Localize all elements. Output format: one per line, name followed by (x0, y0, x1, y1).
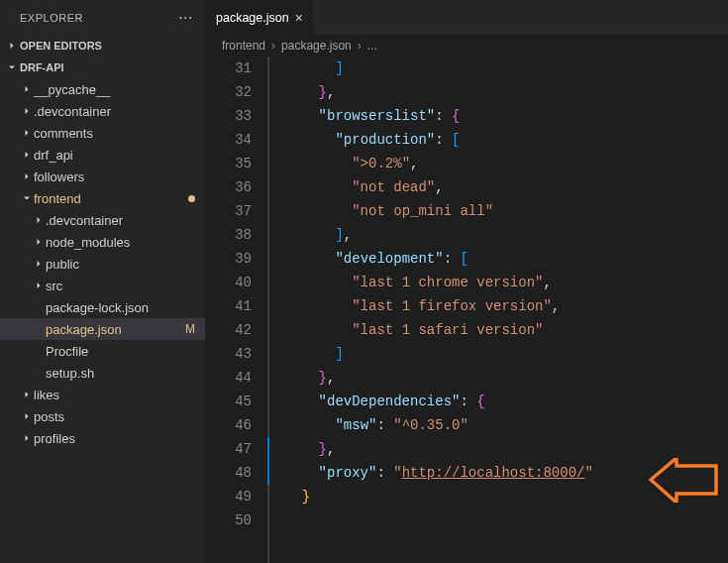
code-line[interactable]: "browserslist": { (285, 104, 728, 128)
chevron-right-icon (20, 432, 34, 444)
chevron-right-icon (20, 127, 34, 139)
git-status-badge: M (185, 322, 205, 336)
line-number: 40 (206, 271, 252, 294)
tree-folder[interactable]: posts (0, 405, 205, 427)
tree-item-label: node_modules (46, 235, 205, 250)
code-line[interactable]: }, (285, 437, 728, 461)
tree-item-label: setup.sh (46, 366, 205, 381)
explorer-header: EXPLORER ··· (0, 0, 205, 35)
chevron-right-icon (4, 40, 20, 52)
chevron-right-icon (20, 83, 34, 95)
chevron-right-icon: › (358, 39, 362, 53)
code-line[interactable]: ], (285, 223, 728, 247)
code-line[interactable]: "not dead", (285, 175, 728, 199)
git-change-indicator (267, 461, 269, 485)
tree-folder[interactable]: node_modules (0, 231, 205, 253)
breadcrumb-seg[interactable]: ... (367, 39, 377, 53)
code-line[interactable]: } (285, 485, 728, 508)
chevron-right-icon (20, 389, 34, 400)
breadcrumb[interactable]: frontend › package.json › ... (206, 35, 728, 56)
tree-item-label: comments (34, 126, 205, 141)
code-line[interactable]: "last 1 chrome version", (285, 271, 728, 294)
editor-area: package.json × frontend › package.json ›… (206, 0, 728, 563)
breadcrumb-seg[interactable]: package.json (281, 39, 352, 53)
line-number: 31 (206, 56, 252, 80)
code-line[interactable]: ">0.2%", (285, 152, 728, 175)
chevron-right-icon (32, 280, 46, 291)
chevron-right-icon: › (271, 39, 275, 53)
explorer-more-icon[interactable]: ··· (178, 10, 193, 26)
code-line[interactable]: }, (285, 80, 728, 104)
line-number: 42 (206, 318, 252, 342)
tree-folder[interactable]: comments (0, 122, 205, 144)
tree-file[interactable]: package-lock.json (0, 296, 205, 318)
tree-folder[interactable]: public (0, 253, 205, 275)
tree-item-label: followers (34, 169, 205, 184)
tree-item-label: profiles (34, 431, 205, 446)
tree-item-label: .devcontainer (34, 104, 205, 119)
code-line[interactable]: "devDependencies": { (285, 390, 728, 413)
tree-item-label: frontend (34, 191, 188, 206)
tree-file[interactable]: setup.sh (0, 362, 205, 384)
line-number: 34 (206, 128, 252, 152)
tree-folder[interactable]: src (0, 275, 205, 296)
code-line[interactable]: "not op_mini all" (285, 199, 728, 223)
tree-folder[interactable]: drf_api (0, 144, 205, 166)
code-line[interactable]: "development": [ (285, 247, 728, 271)
tree-folder[interactable]: likes (0, 384, 205, 405)
code-line[interactable] (285, 508, 728, 532)
tree-item-label: .devcontainer (46, 213, 205, 228)
tree-folder[interactable]: frontend (0, 187, 205, 209)
tree-file[interactable]: package.jsonM (0, 318, 205, 340)
line-number: 49 (206, 485, 252, 508)
tree-item-label: public (46, 257, 205, 272)
line-number: 39 (206, 247, 252, 271)
code-line[interactable]: "last 1 firefox version", (285, 294, 728, 318)
tree-folder[interactable]: profiles (0, 427, 205, 449)
tab-label: package.json (216, 11, 289, 25)
code-line[interactable]: }, (285, 366, 728, 390)
file-tree: __pycache__.devcontainercommentsdrf_apif… (0, 78, 205, 563)
code-line[interactable]: ] (285, 56, 728, 80)
code-line[interactable]: ] (285, 342, 728, 366)
tree-item-label: __pycache__ (34, 82, 205, 97)
tree-item-label: drf_api (34, 148, 205, 163)
tree-item-label: package.json (46, 322, 185, 337)
line-number: 35 (206, 152, 252, 175)
line-number: 32 (206, 80, 252, 104)
tab-package-json[interactable]: package.json × (206, 0, 314, 35)
code-line[interactable]: "last 1 safari version" (285, 318, 728, 342)
tree-file[interactable]: Procfile (0, 340, 205, 362)
chevron-right-icon (20, 410, 34, 422)
tree-folder[interactable]: .devcontainer (0, 100, 205, 122)
chevron-right-icon (32, 236, 46, 248)
line-number: 37 (206, 199, 252, 223)
line-number: 44 (206, 366, 252, 390)
line-number: 33 (206, 104, 252, 128)
code-editor[interactable]: 3132333435363738394041424344454647484950… (206, 56, 728, 563)
open-editors-section[interactable]: OPEN EDITORS (0, 35, 205, 56)
code-content[interactable]: ] }, "browserslist": { "production": [ "… (267, 56, 728, 563)
git-change-indicator (267, 437, 269, 461)
chevron-right-icon (20, 105, 34, 117)
line-number: 50 (206, 508, 252, 532)
line-number: 36 (206, 175, 252, 199)
explorer-title: EXPLORER (20, 12, 83, 24)
line-number: 46 (206, 413, 252, 437)
line-gutter: 3132333435363738394041424344454647484950 (206, 56, 267, 563)
breadcrumb-seg[interactable]: frontend (222, 39, 265, 53)
close-icon[interactable]: × (295, 10, 303, 26)
code-line[interactable]: "msw": "^0.35.0" (285, 413, 728, 437)
tree-folder[interactable]: __pycache__ (0, 78, 205, 100)
tree-item-label: likes (34, 388, 205, 402)
code-line[interactable]: "proxy": "http://localhost:8000/" (285, 461, 728, 485)
code-line[interactable]: "production": [ (285, 128, 728, 152)
root-folder-section[interactable]: DRF-API (0, 56, 205, 78)
tree-folder[interactable]: .devcontainer (0, 209, 205, 231)
tab-bar: package.json × (206, 0, 728, 35)
tree-item-label: package-lock.json (46, 300, 205, 315)
tree-folder[interactable]: followers (0, 166, 205, 187)
open-editors-label: OPEN EDITORS (20, 40, 102, 52)
line-number: 48 (206, 461, 252, 485)
chevron-right-icon (32, 258, 46, 270)
